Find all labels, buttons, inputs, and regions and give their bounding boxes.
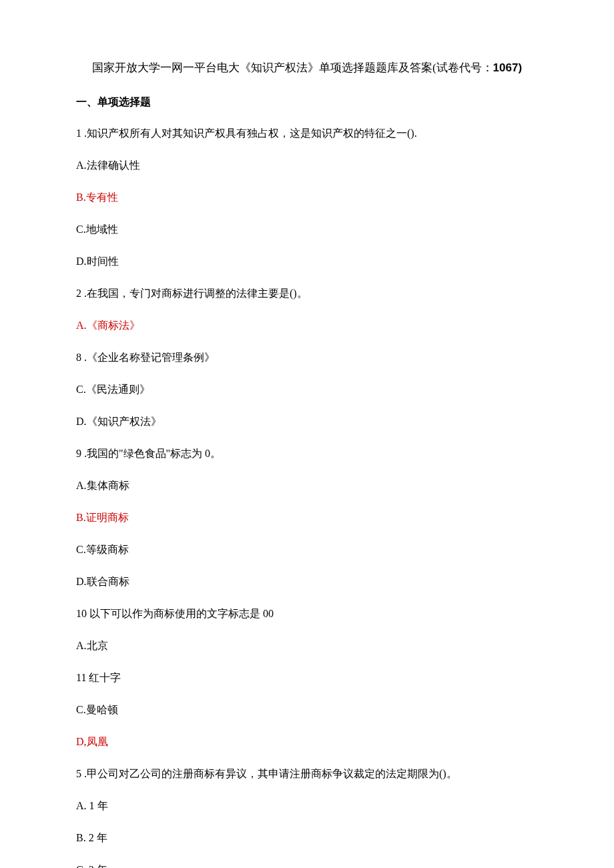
option-line-answer: B.专有性 — [76, 189, 561, 205]
option-line: C.等级商标 — [76, 542, 561, 558]
question-line: 10 以下可以作为商标使用的文字标志是 00 — [76, 606, 561, 622]
title-prefix: 国家开放大学一网一平台电大《知识产权法》单项选择题题库及答案(试卷代号： — [92, 61, 493, 74]
option-line: C.《民法通则》 — [76, 382, 561, 398]
document-title: 国家开放大学一网一平台电大《知识产权法》单项选择题题库及答案(试卷代号：1067… — [53, 60, 561, 75]
option-line-answer: A.《商标法》 — [76, 318, 561, 334]
option-line: 8 .《企业名称登记管理条例》 — [76, 350, 561, 366]
option-line: A.集体商标 — [76, 478, 561, 494]
option-line: A. 1 年 — [76, 798, 561, 814]
option-line: C.曼哈顿 — [76, 702, 561, 718]
option-line: C.地域性 — [76, 222, 561, 238]
option-line: B. 2 年 — [76, 830, 561, 846]
question-line: 5 .甲公司对乙公司的注册商标有异议，其申请注册商标争议裁定的法定期限为()。 — [76, 766, 561, 782]
question-line: 1 .知识产权所有人对其知识产权具有独占权，这是知识产权的特征之一(). — [76, 125, 561, 141]
option-line: A.北京 — [76, 638, 561, 654]
option-line: D.联合商标 — [76, 574, 561, 590]
option-line-answer: B.证明商标 — [76, 510, 561, 526]
question-line: 2 .在我国，专门对商标进行调整的法律主要是()。 — [76, 286, 561, 302]
option-line: 11 红十字 — [76, 670, 561, 686]
option-line: D.时间性 — [76, 254, 561, 270]
title-code: 1067) — [493, 61, 522, 74]
question-line: 9 .我国的"绿色食品"标志为 0。 — [76, 446, 561, 462]
option-line: C. 3 年 — [76, 862, 561, 868]
section-heading: 一、单项选择题 — [76, 95, 561, 109]
option-line: D.《知识产权法》 — [76, 414, 561, 430]
option-line-answer: D,凤凰 — [76, 734, 561, 750]
option-line: A.法律确认性 — [76, 157, 561, 173]
